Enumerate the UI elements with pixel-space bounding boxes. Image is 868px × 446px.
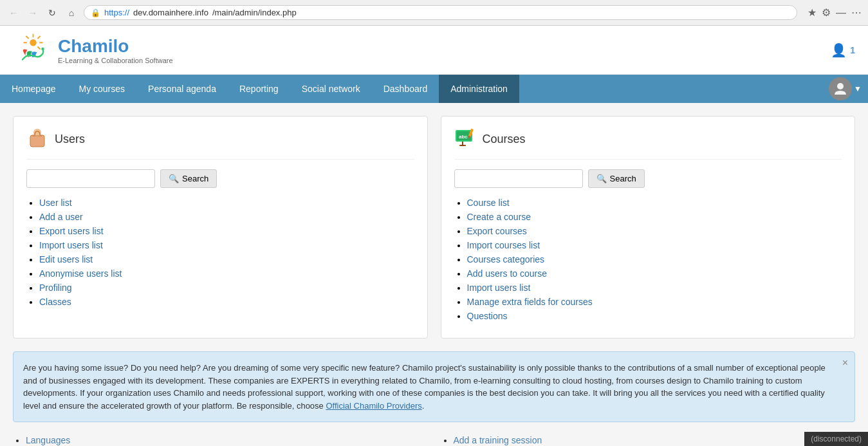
- svg-point-7: [41, 48, 44, 51]
- courses-search-input[interactable]: [454, 169, 583, 188]
- site-header: Chamilo E-Learning & Collaboration Softw…: [0, 26, 868, 75]
- import-courses-link[interactable]: Import courses list: [467, 240, 540, 250]
- info-banner-close-button[interactable]: ×: [842, 357, 848, 369]
- nav-social-network[interactable]: Social network: [290, 75, 372, 103]
- official-providers-link[interactable]: Official Chamilo Providers: [326, 401, 421, 411]
- list-item: Import users list: [467, 283, 842, 293]
- svg-rect-15: [462, 142, 463, 145]
- search-icon: 🔍: [596, 174, 607, 183]
- list-item: Export users list: [39, 226, 414, 236]
- notification-count: 1: [850, 45, 855, 55]
- courses-categories-link[interactable]: Courses categories: [467, 254, 545, 265]
- forward-button[interactable]: →: [26, 6, 40, 20]
- list-item: Import users list: [39, 240, 414, 250]
- bottom-left-list: Languages: [13, 435, 428, 445]
- svg-rect-11: [33, 135, 42, 136]
- panels-row: Users 🔍 Search User list Add a user Expo…: [13, 116, 855, 339]
- logo-text: Chamilo E-Learning & Collaboration Softw…: [58, 36, 173, 64]
- user-list-link[interactable]: User list: [39, 198, 72, 208]
- url-protocol: https://: [104, 8, 129, 17]
- logo-area: Chamilo E-Learning & Collaboration Softw…: [13, 32, 173, 68]
- users-link-list: User list Add a user Export users list I…: [26, 198, 414, 307]
- bottom-right-list: Add a training session: [441, 435, 856, 445]
- logo-brand-name: Chamilo: [58, 36, 173, 57]
- list-item: Edit users list: [39, 254, 414, 265]
- info-banner: × Are you having some issue? Do you need…: [13, 351, 855, 422]
- users-icon: [26, 126, 48, 153]
- logo-tagline: E-Learning & Collaboration Software: [58, 57, 173, 64]
- import-users-course-link[interactable]: Import users list: [467, 283, 531, 293]
- list-item: Import courses list: [467, 240, 842, 250]
- home-button[interactable]: ⌂: [64, 6, 78, 20]
- user-dropdown-btn[interactable]: ▼: [854, 84, 862, 93]
- questions-link[interactable]: Questions: [467, 311, 508, 321]
- nav-personal-agenda[interactable]: Personal agenda: [136, 75, 228, 103]
- chamilo-logo-icon: [13, 32, 51, 68]
- export-courses-link[interactable]: Export courses: [467, 226, 527, 236]
- user-avatar[interactable]: [829, 77, 852, 100]
- minimize-button[interactable]: —: [836, 7, 846, 19]
- add-users-to-course-link[interactable]: Add users to course: [467, 268, 548, 279]
- classes-link[interactable]: Classes: [39, 297, 71, 307]
- list-item: Add a user: [39, 212, 414, 222]
- list-item: Classes: [39, 297, 414, 307]
- courses-search-area: 🔍 Search: [454, 169, 842, 188]
- nav-administration[interactable]: Administration: [439, 75, 519, 103]
- list-item: Profiling: [39, 283, 414, 293]
- users-search-input[interactable]: [26, 169, 155, 188]
- bottom-right-panel: Add a training session: [441, 435, 856, 446]
- page-content: Users 🔍 Search User list Add a user Expo…: [0, 103, 868, 446]
- address-bar[interactable]: 🔒 https://dev.domainhere.info/main/admin…: [84, 5, 797, 20]
- edit-users-link[interactable]: Edit users list: [39, 254, 93, 265]
- svg-line-4: [38, 47, 40, 49]
- header-notifications[interactable]: 👤 1: [831, 42, 855, 58]
- add-user-link[interactable]: Add a user: [39, 212, 83, 222]
- profile-button[interactable]: ⚙: [822, 6, 831, 19]
- nav-dashboard[interactable]: Dashboard: [372, 75, 439, 103]
- list-item: Add a training session: [454, 435, 856, 445]
- nav-homepage[interactable]: Homepage: [0, 75, 68, 103]
- disconnected-badge: (disconnected): [804, 432, 868, 446]
- list-item: Languages: [26, 435, 428, 445]
- bottom-panels-row: Languages Add a training session: [13, 435, 855, 446]
- languages-link[interactable]: Languages: [26, 435, 70, 445]
- manage-extra-fields-link[interactable]: Manage extra fields for courses: [467, 297, 593, 307]
- back-button[interactable]: ←: [6, 6, 21, 20]
- svg-line-5: [26, 37, 28, 39]
- users-panel: Users 🔍 Search User list Add a user Expo…: [13, 116, 428, 339]
- courses-search-button[interactable]: 🔍 Search: [588, 169, 645, 188]
- svg-rect-9: [30, 135, 44, 147]
- courses-link-list: Course list Create a course Export cours…: [454, 198, 842, 321]
- svg-text:abc: abc: [459, 134, 468, 140]
- users-search-button[interactable]: 🔍 Search: [160, 169, 217, 188]
- bottom-left-panel: Languages: [13, 435, 428, 446]
- url-path: /main/admin/index.php: [212, 8, 297, 17]
- list-item: Create a course: [467, 212, 842, 222]
- add-training-session-link[interactable]: Add a training session: [454, 435, 542, 445]
- nav-my-courses[interactable]: My courses: [68, 75, 137, 103]
- course-list-link[interactable]: Course list: [467, 198, 510, 208]
- url-host: dev.domainhere.info: [133, 8, 208, 17]
- import-users-link[interactable]: Import users list: [39, 240, 103, 250]
- extensions-button[interactable]: ★: [808, 6, 817, 19]
- svg-point-0: [30, 39, 37, 46]
- list-item: Add users to course: [467, 268, 842, 279]
- list-item: Course list: [467, 198, 842, 208]
- browser-right-icons: ★ ⚙ — ⋯: [808, 6, 862, 19]
- search-icon: 🔍: [169, 174, 179, 183]
- export-users-link[interactable]: Export users list: [39, 226, 104, 236]
- nav-reporting[interactable]: Reporting: [228, 75, 290, 103]
- list-item: Questions: [467, 311, 842, 321]
- profiling-link[interactable]: Profiling: [39, 283, 72, 293]
- anonymise-users-link[interactable]: Anonymise users list: [39, 268, 122, 279]
- list-item: Manage extra fields for courses: [467, 297, 842, 307]
- info-banner-text: Are you having some issue? Do you need h…: [23, 363, 826, 411]
- list-item: Export courses: [467, 226, 842, 236]
- create-course-link[interactable]: Create a course: [467, 212, 531, 222]
- notification-icon: 👤: [831, 42, 847, 58]
- nav-user-area: ▼: [829, 75, 868, 103]
- menu-button[interactable]: ⋯: [851, 6, 862, 19]
- reload-button[interactable]: ↻: [45, 6, 59, 20]
- main-nav: Homepage My courses Personal agenda Repo…: [0, 75, 868, 103]
- list-item: Courses categories: [467, 254, 842, 265]
